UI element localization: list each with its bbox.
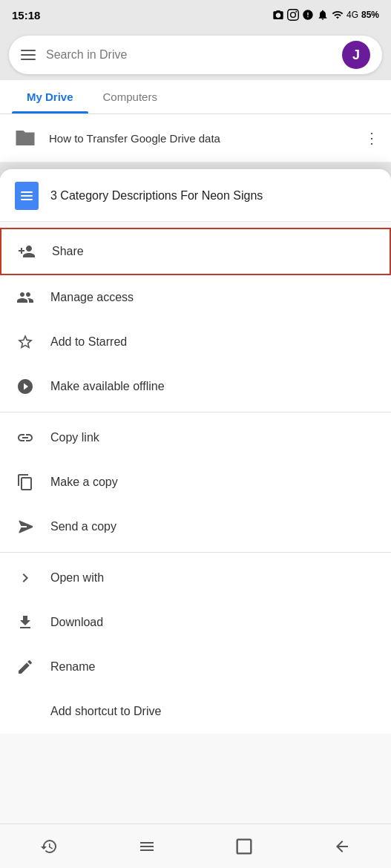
open-with-icon <box>15 568 36 588</box>
make-copy-label: Make a copy <box>50 476 118 489</box>
sheet-doc-title: 3 Category Descriptions For Neon Signs <box>50 189 378 203</box>
bottom-nav <box>0 823 391 868</box>
signal-text: 4G <box>346 10 358 20</box>
status-time: 15:18 <box>12 9 40 22</box>
tab-my-drive[interactable]: My Drive <box>12 80 88 114</box>
hamburger-menu-icon[interactable] <box>21 50 36 60</box>
manage-access-icon <box>15 287 36 308</box>
nav-recent-icon[interactable] <box>34 832 64 861</box>
offline-icon <box>15 376 36 397</box>
status-icons: 4G 85% <box>272 9 379 21</box>
menu-item-copy-link[interactable]: Copy link <box>0 415 391 460</box>
status-bar: 15:18 4G 85% <box>0 0 391 30</box>
send-copy-label: Send a copy <box>50 520 116 533</box>
rename-label: Rename <box>50 660 95 674</box>
offline-label: Make available offline <box>50 380 165 393</box>
menu-list: Share Manage access Add to Starred Make … <box>0 228 391 734</box>
menu-item-rename[interactable]: Rename <box>0 645 391 689</box>
send-icon <box>15 516 36 537</box>
menu-item-open-with[interactable]: Open with <box>0 556 391 600</box>
bottom-sheet: 3 Category Descriptions For Neon Signs S… <box>0 169 391 868</box>
share-label: Share <box>52 245 84 258</box>
nav-home-icon[interactable] <box>229 832 259 861</box>
share-icon <box>16 241 37 262</box>
nav-back-icon[interactable] <box>327 832 357 861</box>
search-bar[interactable]: Search in Drive J <box>9 36 382 74</box>
shortcut-icon <box>15 701 36 722</box>
folder-svg <box>14 127 36 149</box>
manage-access-label: Manage access <box>50 291 134 304</box>
download-icon <box>15 612 36 633</box>
user-avatar[interactable]: J <box>342 41 370 69</box>
file-row[interactable]: How to Transfer Google Drive data ⋮ <box>0 114 391 162</box>
divider-1 <box>0 412 391 412</box>
doc-lines <box>21 191 33 200</box>
search-placeholder: Search in Drive <box>46 48 332 62</box>
instagram-icon <box>287 9 299 21</box>
doc-line-1 <box>21 191 33 193</box>
star-icon <box>15 332 36 352</box>
menu-item-make-copy[interactable]: Make a copy <box>0 460 391 504</box>
menu-item-add-starred[interactable]: Add to Starred <box>0 320 391 364</box>
menu-item-download[interactable]: Download <box>0 600 391 645</box>
menu-item-share[interactable]: Share <box>0 228 391 275</box>
folder-icon <box>12 125 39 151</box>
open-with-label: Open with <box>50 571 104 585</box>
doc-icon-inner <box>15 182 39 210</box>
menu-item-manage-access[interactable]: Manage access <box>0 275 391 320</box>
link-icon <box>15 427 36 448</box>
menu-item-send-copy[interactable]: Send a copy <box>0 504 391 549</box>
rename-icon <box>15 657 36 677</box>
search-bar-container: Search in Drive J <box>0 30 391 80</box>
battery-text: 85% <box>361 10 379 20</box>
shortcut-label: Add shortcut to Drive <box>50 705 161 718</box>
more-options-icon[interactable]: ⋮ <box>364 129 379 147</box>
file-name: How to Transfer Google Drive data <box>49 132 220 145</box>
tabs-container: My Drive Computers <box>0 80 391 114</box>
copy-icon <box>15 472 36 493</box>
alarm-icon <box>317 9 329 21</box>
add-starred-label: Add to Starred <box>50 335 127 349</box>
doc-icon <box>13 183 40 209</box>
doc-line-2 <box>21 195 33 197</box>
copy-link-label: Copy link <box>50 431 99 444</box>
download-label: Download <box>50 616 103 629</box>
wifi-icon <box>332 9 344 21</box>
camera-icon <box>272 9 284 21</box>
tab-computers[interactable]: Computers <box>88 80 172 114</box>
nav-lines-icon[interactable] <box>132 832 162 861</box>
divider-2 <box>0 552 391 553</box>
doc-line-3 <box>21 199 33 200</box>
menu-item-shortcut[interactable]: Add shortcut to Drive <box>0 689 391 734</box>
alert-icon <box>302 9 314 21</box>
menu-item-offline[interactable]: Make available offline <box>0 364 391 409</box>
sheet-header: 3 Category Descriptions For Neon Signs <box>0 169 391 222</box>
